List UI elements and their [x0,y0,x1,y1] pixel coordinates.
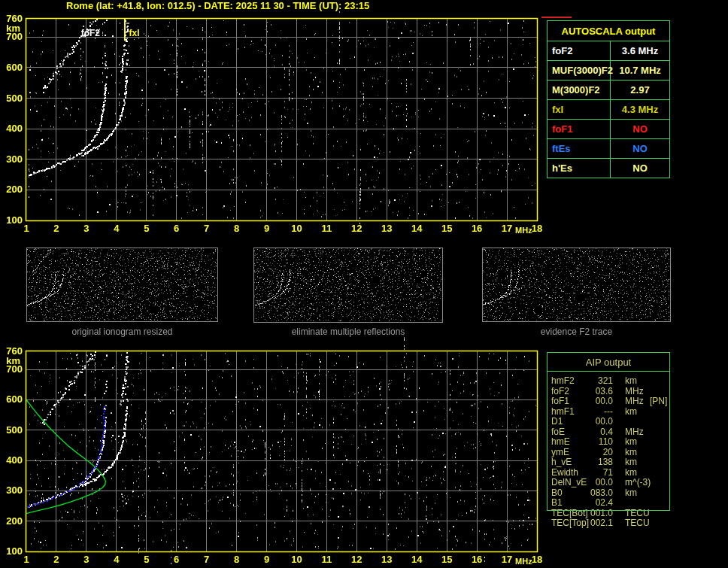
aip-row-value: 71 [572,468,613,478]
autoscala-screen: Rome (lat: +41.8, lon: 012.5) - DATE: 20… [0,0,728,568]
autoscala-row-muf3000f2: MUF(3000)F210.7 MHz [548,61,669,80]
aip-row-unit: km [625,468,637,478]
autoscala-row-label: M(3000)F2 [548,80,611,99]
aip-row-b1: B102.4 [547,498,670,509]
autoscala-table-rows: foF23.6 MHzMUF(3000)F210.7 MHzM(3000)F22… [548,41,669,178]
aip-row-tecbot: TEC[Bot]001.0TECU [547,509,670,519]
thumbnail-caption-original: original ionogram resized [26,327,218,337]
aip-row-fof1: foF100.0MHz[PN] [547,396,670,407]
aip-row-unit: km [625,448,637,458]
autoscala-row-ftes: ftEsNO [548,139,669,159]
autoscala-row-hes: h'EsNO [548,159,669,178]
aip-row-value: 02.4 [572,498,613,509]
aip-row-value: 00.0 [572,396,613,407]
aip-row-label: hmF1 [551,407,575,418]
autoscala-row-value: NO [611,139,669,158]
aip-row-value: 20 [572,448,613,458]
aip-row-yme: ymE20km [547,448,670,458]
aip-header-divider [547,371,670,372]
aip-row-label: foF1 [551,396,569,407]
aip-row-label: D1 [551,417,563,427]
aip-row-unit: km [625,488,637,499]
aip-row-b0: B0083.0km [547,488,670,499]
aip-row-d1: D100.0 [547,417,670,427]
autoscala-row-label: h'Es [548,159,611,178]
autoscala-row-value: 2.97 [611,80,669,99]
aip-row-unit: MHz [625,427,644,438]
aip-row-value: 110 [572,437,613,448]
aip-row-tectop: TEC[Top]002.1TECU [547,518,670,529]
autoscala-row-label: fxI [548,100,611,119]
aip-row-unit: km [625,457,637,468]
aip-row-value: 00.0 [572,478,613,488]
aip-row-delnve: DelN_vE00.0m^(-3) [547,478,670,488]
autoscala-row-value: 4.3 MHz [611,100,669,119]
aip-row-foe: foE0.4MHz [547,427,670,438]
autoscala-row-fof2: foF23.6 MHz [548,41,669,61]
autoscala-output-table: AUTOSCALA output foF23.6 MHzMUF(3000)F21… [547,20,670,178]
aip-row-unit: km [625,407,637,418]
aip-row-label: foF2 [551,387,569,397]
aip-row-unit: MHz [625,396,644,407]
aip-row-label: B1 [551,498,563,509]
autoscala-row-value: 3.6 MHz [611,41,669,60]
autoscala-row-label: foF1 [548,120,611,138]
autoscala-row-m3000f2: M(3000)F22.97 [548,80,669,100]
aip-row-unit: MHz [625,387,644,397]
aip-row-hmf1: hmF1---km [547,407,670,418]
aip-row-hmf2: hmF2321km [547,376,670,387]
aip-row-value: --- [572,407,613,418]
thumbnail-caption-evidence: evidence F2 trace [482,327,671,337]
aip-row-label: hmE [551,437,570,448]
aip-row-label: h_vE [551,457,572,468]
aip-row-hme: hmE110km [547,437,670,448]
aip-row-label: foE [551,427,565,438]
aip-row-value: 03.6 [572,387,613,397]
aip-row-label: B0 [551,488,563,499]
autoscala-table-header: AUTOSCALA output [548,21,669,41]
autoscala-row-fof1: foF1NO [548,120,669,139]
aip-row-value: 083.0 [572,488,613,499]
autoscala-row-value: NO [611,120,669,138]
autoscala-row-fxi: fxI4.3 MHz [548,100,669,120]
autoscala-row-value: NO [611,159,669,178]
artifact-line [541,17,572,18]
aip-row-value: 0.4 [572,427,613,438]
aip-row-unit: TECU [625,509,650,519]
aip-row-label: hmF2 [551,376,575,387]
aip-row-value: 001.0 [572,509,613,519]
aip-row-unit: m^(-3) [625,478,651,488]
aip-row-unit: km [625,437,637,448]
thumbnail-caption-eliminate: eliminate multiple reflections [253,327,443,337]
aip-row-fof2: foF203.6MHz [547,387,670,397]
aip-row-value: 138 [572,457,613,468]
aip-output-table: AIP output hmF2321kmfoF203.6MHzfoF100.0M… [547,352,670,373]
aip-row-label: ymE [551,448,569,458]
autoscala-row-value: 10.7 MHz [611,61,669,80]
aip-table-header: AIP output [547,352,670,373]
autoscala-row-label: MUF(3000)F2 [548,61,611,80]
aip-row-value: 321 [572,376,613,387]
aip-row-note: [PN] [650,396,667,407]
aip-row-unit: km [625,376,637,387]
page-title: Rome (lat: +41.8, lon: 012.5) - DATE: 20… [66,0,369,11]
aip-row-value: 002.1 [572,518,613,529]
aip-table-rows: hmF2321kmfoF203.6MHzfoF100.0MHz[PN]hmF1-… [547,376,670,529]
autoscala-row-label: foF2 [548,41,611,60]
aip-row-value: 00.0 [572,417,613,427]
aip-row-ewidth: Ewidth71km [547,468,670,478]
autoscala-row-label: ftEs [548,139,611,158]
aip-row-hve: h_vE138km [547,457,670,468]
aip-row-unit: TECU [625,518,650,529]
